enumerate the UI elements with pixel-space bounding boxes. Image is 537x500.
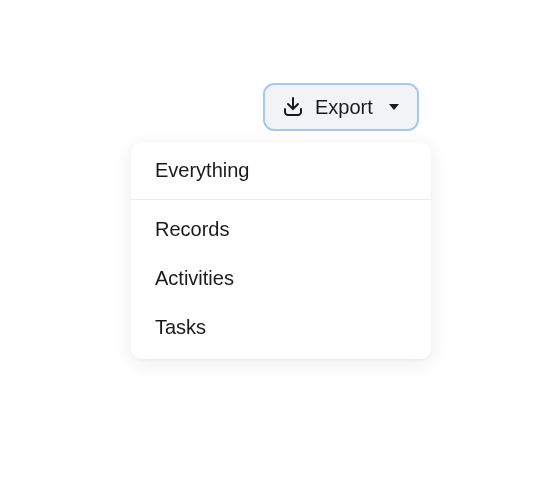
menu-item-activities[interactable]: Activities (131, 254, 431, 303)
menu-item-label: Activities (155, 267, 234, 289)
download-icon (281, 95, 305, 119)
export-button-label: Export (315, 96, 373, 119)
export-button[interactable]: Export (263, 83, 419, 131)
chevron-down-icon (387, 100, 401, 114)
export-dropdown-menu: Everything Records Activities Tasks (131, 142, 431, 359)
menu-item-records[interactable]: Records (131, 200, 431, 254)
menu-item-everything[interactable]: Everything (131, 142, 431, 199)
menu-item-label: Records (155, 218, 229, 240)
menu-item-label: Tasks (155, 316, 206, 338)
menu-item-tasks[interactable]: Tasks (131, 303, 431, 359)
menu-item-label: Everything (155, 159, 250, 181)
